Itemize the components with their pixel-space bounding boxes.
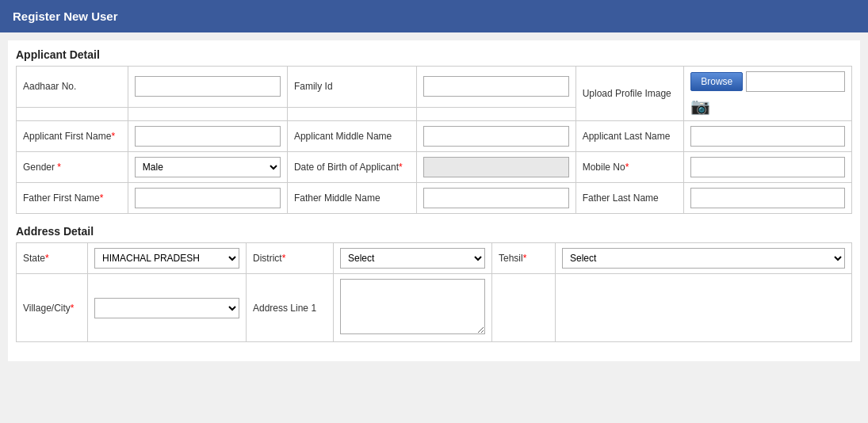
father-middle-input[interactable] (423, 188, 569, 208)
last-name-label: Applicant Last Name (575, 121, 684, 152)
middle-name-cell (416, 121, 575, 152)
page-header: Register New User (0, 0, 868, 32)
father-last-input[interactable] (690, 188, 845, 208)
gender-select[interactable]: Male Female Other (135, 157, 281, 177)
applicant-section-title: Applicant Detail (16, 48, 852, 61)
gender-cell: Male Female Other (128, 152, 287, 183)
middle-name-label: Applicant Middle Name (287, 121, 416, 152)
family-id-cell (416, 67, 575, 108)
browse-button[interactable]: Browse (690, 72, 743, 91)
middle-name-input[interactable] (423, 126, 569, 147)
table-row: Aadhaar No. Family Id Upload Profile Ima… (17, 67, 852, 108)
address-detail-table: State* HIMACHAL PRADESH District* Select… (16, 242, 852, 342)
first-name-input[interactable] (135, 126, 281, 147)
first-name-cell (128, 121, 287, 152)
address-line1-label: Address Line 1 (247, 274, 334, 342)
mobile-label: Mobile No* (575, 152, 684, 183)
tehsil-cell: Select (556, 243, 852, 274)
last-name-cell (684, 121, 852, 152)
upload-cell: Browse 📷 (684, 67, 852, 121)
father-last-label: Father Last Name (575, 183, 684, 214)
district-label: District* (247, 243, 334, 274)
state-select[interactable]: HIMACHAL PRADESH (94, 248, 239, 269)
tehsil-select[interactable]: Select (562, 248, 845, 269)
father-middle-label: Father Middle Name (287, 183, 416, 214)
table-row: State* HIMACHAL PRADESH District* Select… (17, 243, 852, 274)
camera-icon: 📷 (690, 97, 845, 116)
last-name-input[interactable] (690, 126, 845, 147)
father-first-input[interactable] (135, 188, 281, 208)
applicant-detail-table: Aadhaar No. Family Id Upload Profile Ima… (16, 66, 852, 214)
dob-input[interactable] (423, 157, 569, 177)
address-line1-cell (334, 274, 492, 342)
aadhaar-cell (128, 67, 287, 108)
state-cell: HIMACHAL PRADESH (88, 243, 247, 274)
father-first-label: Father First Name* (17, 183, 128, 214)
mobile-cell (684, 152, 852, 183)
upload-filename-display (746, 71, 845, 92)
aadhaar-input[interactable] (135, 76, 281, 97)
mobile-input[interactable] (690, 157, 845, 177)
dob-cell (416, 152, 575, 183)
address-line1-textarea[interactable] (340, 279, 485, 334)
table-row: Gender * Male Female Other Date of Birth… (17, 152, 852, 183)
tehsil-label: Tehsil* (492, 243, 556, 274)
address-section-title: Address Detail (16, 225, 852, 238)
village-select[interactable] (94, 298, 239, 318)
table-row: Father First Name* Father Middle Name Fa… (17, 183, 852, 214)
family-id-input[interactable] (423, 76, 569, 97)
village-cell (88, 274, 247, 342)
table-row: Applicant First Name* Applicant Middle N… (17, 121, 852, 152)
father-first-cell (128, 183, 287, 214)
dob-label: Date of Birth of Applicant* (287, 152, 416, 183)
upload-label: Upload Profile Image (575, 67, 684, 121)
village-label: Village/City* (17, 274, 88, 342)
page-title: Register New User (13, 10, 118, 23)
district-select[interactable]: Select (340, 248, 485, 269)
aadhaar-label: Aadhaar No. (17, 67, 128, 108)
upload-row: Browse (690, 71, 845, 92)
table-row: Village/City* Address Line 1 (17, 274, 852, 342)
family-id-label: Family Id (287, 67, 416, 108)
district-cell: Select (334, 243, 492, 274)
state-label: State* (17, 243, 88, 274)
father-last-cell (684, 183, 852, 214)
first-name-label: Applicant First Name* (17, 121, 128, 152)
father-middle-cell (416, 183, 575, 214)
gender-label: Gender * (17, 152, 128, 183)
